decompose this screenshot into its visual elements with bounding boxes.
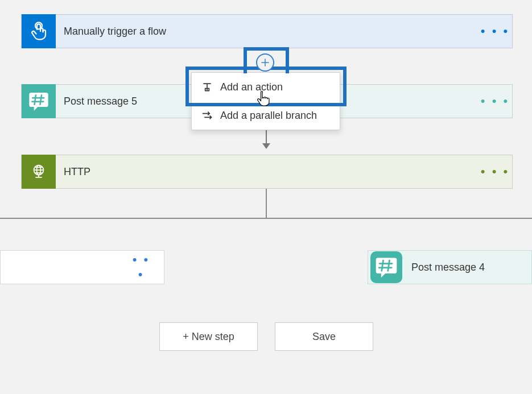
flow-designer-canvas: Manually trigger a flow • • • Post messa…	[0, 0, 532, 394]
slack-icon	[22, 84, 56, 118]
parallel-branch-icon	[200, 110, 215, 121]
insert-menu: Add an action Add a parallel branch	[191, 72, 340, 130]
connector-arrow-down	[266, 130, 267, 148]
menu-add-parallel-branch[interactable]: Add a parallel branch	[192, 101, 340, 130]
new-step-label: + New step	[183, 331, 234, 343]
step-http[interactable]: HTTP • • •	[21, 155, 513, 189]
svg-point-0	[35, 22, 42, 29]
branch-left-card[interactable]: • • •	[0, 250, 164, 284]
step-post5-menu[interactable]: • • •	[478, 94, 512, 109]
new-step-button[interactable]: + New step	[159, 322, 258, 351]
step-trigger-menu[interactable]: • • •	[478, 24, 512, 39]
save-label: Save	[312, 331, 336, 343]
menu-add-action-label: Add an action	[220, 81, 283, 93]
globe-icon	[22, 155, 56, 189]
insert-plus-button[interactable]	[256, 53, 274, 72]
step-http-menu[interactable]: • • •	[478, 164, 512, 179]
tap-icon	[22, 14, 56, 48]
add-action-icon	[200, 81, 215, 93]
save-button[interactable]: Save	[275, 322, 373, 351]
slack-icon	[370, 251, 402, 283]
menu-add-parallel-label: Add a parallel branch	[220, 110, 317, 122]
step-post-message-4[interactable]: Post message 4	[368, 250, 532, 284]
connector-branch-horizontal	[0, 218, 532, 219]
connector-trunk	[266, 189, 267, 218]
step-trigger[interactable]: Manually trigger a flow • • •	[21, 14, 513, 48]
step-http-title: HTTP	[56, 166, 478, 178]
step-trigger-title: Manually trigger a flow	[56, 26, 478, 38]
menu-add-action[interactable]: Add an action	[192, 73, 340, 101]
branch-left-menu[interactable]: • • •	[130, 252, 164, 282]
step-post4-title: Post message 4	[403, 262, 531, 273]
